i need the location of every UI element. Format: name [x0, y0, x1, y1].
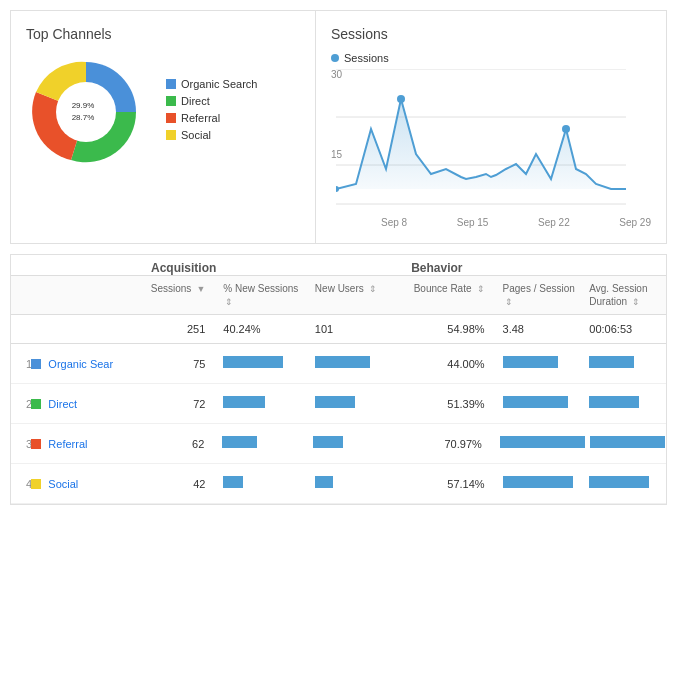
pages-sort-icon: ⇕ — [505, 297, 513, 307]
x-sep29: Sep 29 — [619, 217, 651, 228]
row-bounce-rate: 51.39% — [401, 398, 492, 410]
row-pages-bar — [490, 436, 580, 451]
direct-color — [166, 96, 176, 106]
direct-label: Direct — [181, 95, 210, 107]
row-pages-bar — [493, 356, 580, 371]
channel-name[interactable]: Referral — [31, 437, 136, 451]
table-row[interactable]: 2 Direct 72 51.39% — [11, 384, 666, 424]
organic-search-color — [166, 79, 176, 89]
social-color — [166, 130, 176, 140]
acquisition-label: Acquisition — [141, 261, 401, 275]
table-body: 1 Organic Sear 75 44.00% 2 Direct 72 — [11, 344, 666, 504]
social-label: Social — [181, 129, 211, 141]
legend-direct: Direct — [166, 95, 257, 107]
row-sessions: 62 — [136, 438, 213, 450]
new-users-bar — [315, 476, 333, 488]
sessions-legend: Sessions — [331, 52, 651, 64]
sessions-legend-label: Sessions — [344, 52, 389, 64]
sessions-title: Sessions — [331, 26, 651, 42]
pages-col-header[interactable]: Pages / Session ⇕ — [493, 282, 580, 308]
table-row[interactable]: 1 Organic Sear 75 44.00% — [11, 344, 666, 384]
row-new-sessions-bar — [213, 356, 304, 371]
row-pages-bar — [493, 396, 580, 411]
bounce-sort-icon: ⇕ — [477, 284, 485, 294]
new-users-sort-icon: ⇕ — [369, 284, 377, 294]
table-row[interactable]: 4 Social 42 57.14% — [11, 464, 666, 504]
svg-point-9 — [562, 125, 570, 133]
new-sessions-bar — [223, 356, 283, 368]
table-column-headers: Sessions ▼ % New Sessions ⇕ New Users ⇕ … — [11, 276, 666, 315]
avg-session-bar — [590, 436, 665, 448]
svg-text:29.9%: 29.9% — [72, 101, 95, 110]
svg-point-0 — [56, 82, 116, 142]
row-bounce-rate: 44.00% — [401, 358, 492, 370]
row-new-users-bar — [303, 436, 399, 451]
new-users-bar — [315, 356, 370, 368]
channel-link[interactable]: Social — [48, 478, 78, 490]
total-new-sessions: 40.24% — [213, 323, 305, 335]
row-avg-bar — [580, 436, 666, 451]
y-axis-labels: 30 15 — [331, 69, 347, 228]
top-channels-title: Top Channels — [26, 26, 300, 42]
avg-sort-icon: ⇕ — [632, 297, 640, 307]
row-rank: 4 — [11, 478, 31, 490]
avg-session-bar — [589, 396, 639, 408]
pie-chart: 29.9% 28.7% — [26, 52, 146, 172]
sessions-dot-icon — [331, 54, 339, 62]
total-sessions: 251 — [136, 323, 213, 335]
sessions-sort-icon: ▼ — [196, 284, 205, 294]
x-axis-labels: Sep 8 Sep 15 Sep 22 Sep 29 — [356, 217, 651, 228]
row-new-sessions-bar — [212, 436, 303, 451]
organic-search-label: Organic Search — [181, 78, 257, 90]
row-new-users-bar — [305, 476, 401, 491]
new-users-col-header[interactable]: New Users ⇕ — [305, 282, 401, 308]
channel-link[interactable]: Referral — [48, 438, 87, 450]
channel-name[interactable]: Organic Sear — [31, 357, 136, 371]
total-pages-session: 3.48 — [493, 323, 580, 335]
channel-link[interactable]: Organic Sear — [48, 358, 113, 370]
row-pages-bar — [493, 476, 580, 491]
channel-name[interactable]: Social — [31, 477, 136, 491]
channel-color-icon — [31, 359, 41, 369]
row-new-sessions-bar — [213, 396, 304, 411]
new-sessions-bar — [222, 436, 257, 448]
row-new-sessions-bar — [213, 476, 304, 491]
bounce-col-header[interactable]: Bounce Rate ⇕ — [401, 282, 492, 308]
total-new-users: 101 — [305, 323, 401, 335]
channel-link[interactable]: Direct — [48, 398, 77, 410]
avg-session-bar — [589, 476, 649, 488]
row-bounce-rate: 70.97% — [399, 438, 490, 450]
sessions-line-chart — [336, 69, 626, 214]
channel-color-icon — [31, 479, 41, 489]
x-sep22: Sep 22 — [538, 217, 570, 228]
total-bounce-rate: 54.98% — [401, 323, 492, 335]
channel-color-icon — [31, 399, 41, 409]
legend-social: Social — [166, 129, 257, 141]
avg-session-bar — [589, 356, 634, 368]
x-sep8: Sep 8 — [381, 217, 407, 228]
rank-col-header — [11, 282, 31, 308]
new-sessions-bar — [223, 396, 265, 408]
avg-session-col-header[interactable]: Avg. Session Duration ⇕ — [579, 282, 666, 308]
row-new-users-bar — [305, 396, 401, 411]
new-users-bar — [313, 436, 343, 448]
channel-col-header — [31, 282, 136, 308]
row-bounce-rate: 57.14% — [401, 478, 492, 490]
pages-bar — [503, 356, 558, 368]
table-row[interactable]: 3 Referral 62 70.97% — [11, 424, 666, 464]
sessions-col-header[interactable]: Sessions ▼ — [136, 282, 213, 308]
x-sep15: Sep 15 — [457, 217, 489, 228]
row-sessions: 72 — [136, 398, 213, 410]
row-sessions: 42 — [136, 478, 213, 490]
row-rank: 2 — [11, 398, 31, 410]
pages-bar — [503, 396, 568, 408]
new-users-bar — [315, 396, 355, 408]
behavior-label: Behavior — [401, 261, 666, 275]
y-label-30: 30 — [331, 69, 342, 80]
svg-point-8 — [397, 95, 405, 103]
channel-name[interactable]: Direct — [31, 397, 136, 411]
y-label-15: 15 — [331, 149, 342, 160]
new-sessions-col-header[interactable]: % New Sessions ⇕ — [213, 282, 305, 308]
referral-color — [166, 113, 176, 123]
total-row: 251 40.24% 101 54.98% 3.48 00:06:53 — [11, 315, 666, 344]
